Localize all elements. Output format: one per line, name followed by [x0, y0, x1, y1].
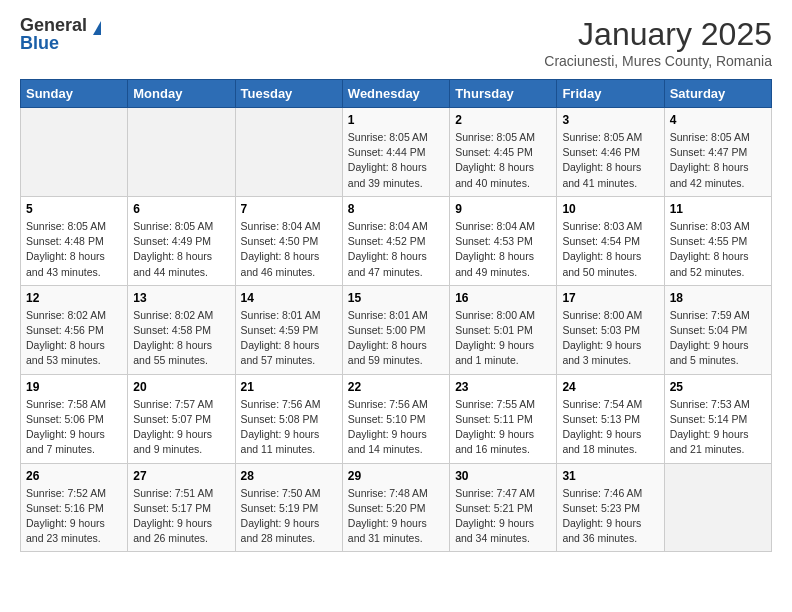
day-info: Sunrise: 8:03 AM Sunset: 4:54 PM Dayligh… — [562, 219, 658, 280]
calendar-week-4: 19Sunrise: 7:58 AM Sunset: 5:06 PM Dayli… — [21, 374, 772, 463]
day-number: 29 — [348, 469, 444, 483]
day-info: Sunrise: 7:59 AM Sunset: 5:04 PM Dayligh… — [670, 308, 766, 369]
day-info: Sunrise: 8:04 AM Sunset: 4:52 PM Dayligh… — [348, 219, 444, 280]
calendar-cell: 19Sunrise: 7:58 AM Sunset: 5:06 PM Dayli… — [21, 374, 128, 463]
calendar-cell: 5Sunrise: 8:05 AM Sunset: 4:48 PM Daylig… — [21, 196, 128, 285]
day-info: Sunrise: 7:52 AM Sunset: 5:16 PM Dayligh… — [26, 486, 122, 547]
day-info: Sunrise: 8:01 AM Sunset: 4:59 PM Dayligh… — [241, 308, 337, 369]
calendar-cell: 21Sunrise: 7:56 AM Sunset: 5:08 PM Dayli… — [235, 374, 342, 463]
day-number: 18 — [670, 291, 766, 305]
calendar-cell: 20Sunrise: 7:57 AM Sunset: 5:07 PM Dayli… — [128, 374, 235, 463]
day-info: Sunrise: 7:46 AM Sunset: 5:23 PM Dayligh… — [562, 486, 658, 547]
calendar-cell — [128, 108, 235, 197]
day-number: 8 — [348, 202, 444, 216]
header-row: Sunday Monday Tuesday Wednesday Thursday… — [21, 80, 772, 108]
col-monday: Monday — [128, 80, 235, 108]
day-number: 15 — [348, 291, 444, 305]
day-number: 16 — [455, 291, 551, 305]
calendar-cell: 14Sunrise: 8:01 AM Sunset: 4:59 PM Dayli… — [235, 285, 342, 374]
day-number: 24 — [562, 380, 658, 394]
day-number: 30 — [455, 469, 551, 483]
day-info: Sunrise: 7:58 AM Sunset: 5:06 PM Dayligh… — [26, 397, 122, 458]
calendar-cell: 28Sunrise: 7:50 AM Sunset: 5:19 PM Dayli… — [235, 463, 342, 552]
calendar-cell — [235, 108, 342, 197]
day-info: Sunrise: 8:02 AM Sunset: 4:56 PM Dayligh… — [26, 308, 122, 369]
logo-triangle-icon — [93, 21, 101, 35]
day-number: 6 — [133, 202, 229, 216]
calendar-cell: 10Sunrise: 8:03 AM Sunset: 4:54 PM Dayli… — [557, 196, 664, 285]
day-number: 13 — [133, 291, 229, 305]
logo: General Blue — [20, 16, 101, 52]
day-info: Sunrise: 8:04 AM Sunset: 4:53 PM Dayligh… — [455, 219, 551, 280]
day-number: 4 — [670, 113, 766, 127]
day-number: 25 — [670, 380, 766, 394]
day-number: 20 — [133, 380, 229, 394]
calendar-cell: 23Sunrise: 7:55 AM Sunset: 5:11 PM Dayli… — [450, 374, 557, 463]
day-info: Sunrise: 8:05 AM Sunset: 4:46 PM Dayligh… — [562, 130, 658, 191]
calendar-cell: 24Sunrise: 7:54 AM Sunset: 5:13 PM Dayli… — [557, 374, 664, 463]
day-info: Sunrise: 8:03 AM Sunset: 4:55 PM Dayligh… — [670, 219, 766, 280]
calendar-cell — [664, 463, 771, 552]
day-info: Sunrise: 8:00 AM Sunset: 5:03 PM Dayligh… — [562, 308, 658, 369]
day-number: 17 — [562, 291, 658, 305]
calendar-cell: 9Sunrise: 8:04 AM Sunset: 4:53 PM Daylig… — [450, 196, 557, 285]
day-number: 23 — [455, 380, 551, 394]
calendar-cell — [21, 108, 128, 197]
day-info: Sunrise: 7:54 AM Sunset: 5:13 PM Dayligh… — [562, 397, 658, 458]
day-info: Sunrise: 8:05 AM Sunset: 4:47 PM Dayligh… — [670, 130, 766, 191]
calendar-cell: 13Sunrise: 8:02 AM Sunset: 4:58 PM Dayli… — [128, 285, 235, 374]
calendar-cell: 16Sunrise: 8:00 AM Sunset: 5:01 PM Dayli… — [450, 285, 557, 374]
calendar-table: Sunday Monday Tuesday Wednesday Thursday… — [20, 79, 772, 552]
calendar-cell: 4Sunrise: 8:05 AM Sunset: 4:47 PM Daylig… — [664, 108, 771, 197]
calendar-cell: 1Sunrise: 8:05 AM Sunset: 4:44 PM Daylig… — [342, 108, 449, 197]
calendar-cell: 17Sunrise: 8:00 AM Sunset: 5:03 PM Dayli… — [557, 285, 664, 374]
header: General Blue January 2025 Craciunesti, M… — [20, 16, 772, 69]
calendar-cell: 12Sunrise: 8:02 AM Sunset: 4:56 PM Dayli… — [21, 285, 128, 374]
calendar-cell: 7Sunrise: 8:04 AM Sunset: 4:50 PM Daylig… — [235, 196, 342, 285]
day-info: Sunrise: 8:04 AM Sunset: 4:50 PM Dayligh… — [241, 219, 337, 280]
day-info: Sunrise: 7:50 AM Sunset: 5:19 PM Dayligh… — [241, 486, 337, 547]
day-number: 22 — [348, 380, 444, 394]
day-number: 5 — [26, 202, 122, 216]
col-friday: Friday — [557, 80, 664, 108]
day-number: 9 — [455, 202, 551, 216]
day-info: Sunrise: 7:47 AM Sunset: 5:21 PM Dayligh… — [455, 486, 551, 547]
col-thursday: Thursday — [450, 80, 557, 108]
calendar-week-2: 5Sunrise: 8:05 AM Sunset: 4:48 PM Daylig… — [21, 196, 772, 285]
day-info: Sunrise: 8:00 AM Sunset: 5:01 PM Dayligh… — [455, 308, 551, 369]
calendar-cell: 6Sunrise: 8:05 AM Sunset: 4:49 PM Daylig… — [128, 196, 235, 285]
calendar-cell: 3Sunrise: 8:05 AM Sunset: 4:46 PM Daylig… — [557, 108, 664, 197]
day-number: 10 — [562, 202, 658, 216]
calendar-cell: 2Sunrise: 8:05 AM Sunset: 4:45 PM Daylig… — [450, 108, 557, 197]
day-number: 12 — [26, 291, 122, 305]
calendar-week-5: 26Sunrise: 7:52 AM Sunset: 5:16 PM Dayli… — [21, 463, 772, 552]
calendar-cell: 15Sunrise: 8:01 AM Sunset: 5:00 PM Dayli… — [342, 285, 449, 374]
day-info: Sunrise: 8:05 AM Sunset: 4:44 PM Dayligh… — [348, 130, 444, 191]
logo-blue-text: Blue — [20, 34, 87, 52]
day-number: 31 — [562, 469, 658, 483]
title-block: January 2025 Craciunesti, Mures County, … — [544, 16, 772, 69]
day-info: Sunrise: 8:05 AM Sunset: 4:48 PM Dayligh… — [26, 219, 122, 280]
day-number: 2 — [455, 113, 551, 127]
day-number: 11 — [670, 202, 766, 216]
day-info: Sunrise: 7:48 AM Sunset: 5:20 PM Dayligh… — [348, 486, 444, 547]
col-tuesday: Tuesday — [235, 80, 342, 108]
calendar-week-1: 1Sunrise: 8:05 AM Sunset: 4:44 PM Daylig… — [21, 108, 772, 197]
day-info: Sunrise: 7:57 AM Sunset: 5:07 PM Dayligh… — [133, 397, 229, 458]
day-number: 14 — [241, 291, 337, 305]
day-number: 3 — [562, 113, 658, 127]
calendar-cell: 30Sunrise: 7:47 AM Sunset: 5:21 PM Dayli… — [450, 463, 557, 552]
calendar-cell: 27Sunrise: 7:51 AM Sunset: 5:17 PM Dayli… — [128, 463, 235, 552]
calendar-subtitle: Craciunesti, Mures County, Romania — [544, 53, 772, 69]
day-info: Sunrise: 7:56 AM Sunset: 5:08 PM Dayligh… — [241, 397, 337, 458]
col-wednesday: Wednesday — [342, 80, 449, 108]
calendar-cell: 31Sunrise: 7:46 AM Sunset: 5:23 PM Dayli… — [557, 463, 664, 552]
day-number: 1 — [348, 113, 444, 127]
day-number: 26 — [26, 469, 122, 483]
calendar-cell: 29Sunrise: 7:48 AM Sunset: 5:20 PM Dayli… — [342, 463, 449, 552]
day-info: Sunrise: 7:53 AM Sunset: 5:14 PM Dayligh… — [670, 397, 766, 458]
calendar-title: January 2025 — [544, 16, 772, 53]
calendar-cell: 26Sunrise: 7:52 AM Sunset: 5:16 PM Dayli… — [21, 463, 128, 552]
col-sunday: Sunday — [21, 80, 128, 108]
calendar-week-3: 12Sunrise: 8:02 AM Sunset: 4:56 PM Dayli… — [21, 285, 772, 374]
